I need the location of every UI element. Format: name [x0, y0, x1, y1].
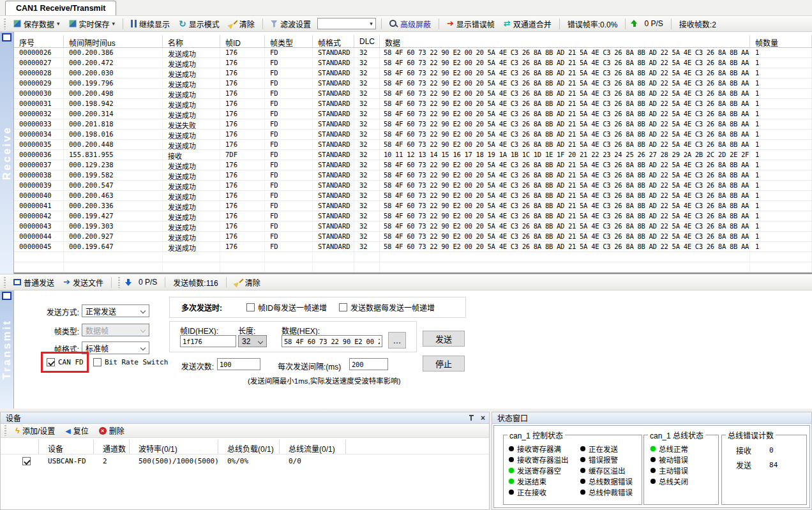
table-row[interactable]: 00000039 000.200.547 发送成功 176 FD STANDAR…: [14, 181, 812, 191]
frame-format-select[interactable]: 标准帧: [82, 341, 149, 354]
cell-dlc: 32: [354, 191, 380, 200]
table-row[interactable]: 00000029 000.199.796 发送成功 176 FD STANDAR…: [14, 79, 812, 89]
transmit-side-strip[interactable]: Transmit: [0, 290, 14, 409]
inc-data-checkbox[interactable]: [339, 303, 347, 311]
device-name: USBCAN-FD: [39, 454, 94, 469]
table-row[interactable]: [14, 262, 812, 273]
close-icon[interactable]: ×: [481, 415, 485, 421]
cell-interval: 000.199.303: [64, 221, 163, 231]
cell-frame-format: STANDARD: [313, 170, 354, 180]
cell-dlc: 32: [354, 48, 380, 57]
cell-interval: 000.201.818: [64, 119, 163, 129]
device-table-row[interactable]: USBCAN-FD 2 500(500)/1000(5000) 0%/0% 0/…: [1, 454, 489, 469]
clear-button[interactable]: 清除: [226, 17, 257, 31]
col-header-frame-type[interactable]: 帧类型: [265, 35, 313, 47]
filter-settings-button[interactable]: 滤波设置: [268, 17, 313, 31]
chevron-down-icon[interactable]: ▾: [57, 20, 60, 27]
receive-side-strip[interactable]: Receive: [0, 32, 14, 274]
table-row[interactable]: 00000045 000.199.647 发送成功 176 FD STANDAR…: [14, 242, 812, 252]
table-row[interactable]: 00000036 155.831.955 接收 7DF FD STANDARD …: [14, 150, 812, 160]
cell-frame-count: 1: [750, 160, 812, 170]
add-setup-button[interactable]: ϟ 添加/设置: [13, 424, 57, 437]
table-row[interactable]: 00000040 000.200.463 发送成功 176 FD STANDAR…: [14, 191, 812, 201]
send-mode-select[interactable]: 正常发送: [82, 304, 149, 317]
send-interval-input[interactable]: [349, 358, 388, 370]
table-row[interactable]: 00000031 000.198.942 发送成功 176 FD STANDAR…: [14, 99, 812, 109]
bit-rate-switch-checkbox[interactable]: [93, 358, 102, 366]
table-row[interactable]: 00000028 000.200.030 发送成功 176 FD STANDAR…: [14, 68, 812, 79]
display-mode-button[interactable]: ↻ 显示模式: [176, 17, 222, 31]
send-button[interactable]: 发送: [423, 331, 465, 347]
table-row[interactable]: 00000032 000.200.314 发送成功 176 FD STANDAR…: [14, 109, 812, 119]
data-hex-input[interactable]: [282, 335, 382, 347]
send-file-button[interactable]: ➔ 发送文件: [61, 276, 106, 289]
advanced-mask-button[interactable]: 高级屏蔽: [387, 17, 433, 31]
table-row[interactable]: 00000038 000.199.582 发送成功 176 FD STANDAR…: [14, 170, 812, 181]
table-row[interactable]: 00000030 000.200.498 发送成功 176 FD STANDAR…: [14, 89, 812, 99]
table-row[interactable]: 00000043 000.199.303 发送成功 176 FD STANDAR…: [14, 221, 812, 232]
device-col-channels[interactable]: 通道数: [94, 440, 130, 454]
table-row[interactable]: 00000041 000.200.336 发送成功 176 FD STANDAR…: [14, 201, 812, 211]
cell-dlc: 32: [354, 68, 380, 78]
tab-can1-receive-transmit[interactable]: CAN1 Receive/Transmit: [5, 1, 116, 15]
col-header-dlc[interactable]: DLC: [354, 35, 380, 47]
cell-name: 接收: [163, 150, 220, 160]
reset-button[interactable]: ◀ 复位: [63, 424, 91, 437]
error-count-label: 发送: [736, 460, 751, 470]
toolbar-separator: [123, 19, 123, 29]
col-header-seq[interactable]: 序号: [14, 35, 64, 47]
table-row[interactable]: 00000033 000.201.818 发送失败 176 FD STANDAR…: [14, 119, 812, 130]
realtime-save-button[interactable]: 实时保存 ▾: [66, 17, 118, 31]
cell-data: 58 4F 60 73 22 90 E2 00 20 5A 4E C3 26 8…: [380, 201, 750, 211]
col-header-name[interactable]: 名称: [163, 35, 220, 47]
frame-id-input[interactable]: [180, 335, 236, 347]
normal-send-button[interactable]: 普通发送: [11, 276, 57, 289]
col-header-interval[interactable]: 帧间隔时间us: [64, 35, 163, 47]
cell-frame-id: 176: [220, 170, 265, 180]
status-panel-titlebar: 状态窗口: [492, 412, 811, 424]
status-led-label: 正在接收: [517, 487, 546, 497]
length-select[interactable]: 32: [238, 335, 267, 347]
chevron-down-icon[interactable]: ▾: [112, 20, 116, 27]
bus-error-count-legend: 总线错误计数: [726, 430, 776, 440]
filter-dropdown[interactable]: ▾: [317, 18, 376, 29]
dual-channel-merge-button[interactable]: ⇄ 双通道合并: [501, 17, 554, 31]
stop-button[interactable]: 停止: [423, 356, 465, 371]
save-data-button[interactable]: 保存数据 ▾: [11, 17, 63, 31]
restore-icon[interactable]: [2, 33, 11, 41]
device-enabled-checkbox[interactable]: [22, 457, 31, 465]
col-header-data[interactable]: 数据: [380, 35, 750, 47]
table-row[interactable]: 00000027 000.200.472 发送成功 176 FD STANDAR…: [14, 58, 812, 68]
can-fd-checkbox[interactable]: [47, 358, 55, 366]
table-row[interactable]: 00000034 000.198.016 发送成功 176 FD STANDAR…: [14, 130, 812, 140]
inc-frame-id-checkbox[interactable]: [246, 303, 255, 311]
table-row[interactable]: 00000035 000.200.448 发送成功 176 FD STANDAR…: [14, 140, 812, 150]
receive-table: 序号 帧间隔时间us 名称 帧ID 帧类型 帧格式 DLC 数据 帧数量 000…: [14, 35, 812, 274]
inc-frame-id-label: 帧ID每发送一帧递增: [258, 302, 327, 313]
restore-icon[interactable]: [2, 292, 11, 300]
table-row[interactable]: [14, 252, 812, 262]
show-error-frames-button[interactable]: ➔ 显示错误帧: [444, 17, 497, 31]
col-header-frame-id[interactable]: 帧ID: [220, 35, 265, 47]
status-led-label: 错误报警: [589, 454, 618, 465]
rewind-icon: ◀: [65, 427, 70, 435]
col-header-frame-count[interactable]: 帧数量: [750, 35, 812, 47]
cell-frame-count: [750, 262, 812, 272]
delete-button[interactable]: × 删除: [96, 424, 127, 437]
table-row[interactable]: 00000037 000.129.238 发送成功 176 FD STANDAR…: [14, 160, 812, 170]
device-col-baud[interactable]: 波特率(0/1): [130, 440, 218, 454]
device-col-flow[interactable]: 总线流量(0/1): [280, 440, 346, 454]
cell-frame-type: [265, 262, 313, 272]
continue-display-button[interactable]: 继续显示: [128, 17, 172, 31]
col-header-frame-format[interactable]: 帧格式: [313, 35, 354, 47]
cell-frame-type: FD: [265, 191, 313, 200]
more-data-button[interactable]: …: [388, 332, 406, 349]
device-col-device[interactable]: 设备: [39, 440, 94, 454]
send-count-input[interactable]: [217, 358, 260, 370]
table-row[interactable]: 00000042 000.199.427 发送成功 176 FD STANDAR…: [14, 211, 812, 221]
pin-icon[interactable]: [469, 415, 474, 421]
table-row[interactable]: 00000026 000.200.386 发送成功 176 FD STANDAR…: [14, 48, 812, 58]
table-row[interactable]: 00000044 000.200.927 发送成功 176 FD STANDAR…: [14, 232, 812, 242]
transmit-clear-button[interactable]: 清除: [232, 276, 263, 289]
device-col-load[interactable]: 总线负载(0/1): [218, 440, 280, 454]
